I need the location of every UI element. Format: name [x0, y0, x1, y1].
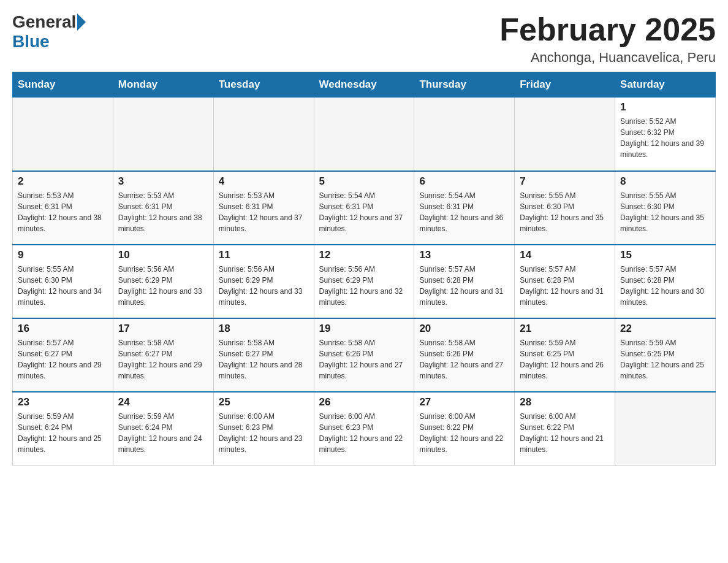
day-info: Sunrise: 5:59 AMSunset: 6:25 PMDaylight:… — [620, 337, 710, 381]
calendar-cell: 14Sunrise: 5:57 AMSunset: 6:28 PMDayligh… — [515, 245, 615, 318]
day-info: Sunrise: 5:58 AMSunset: 6:26 PMDaylight:… — [419, 337, 509, 381]
day-number: 24 — [118, 396, 208, 408]
calendar-cell: 20Sunrise: 5:58 AMSunset: 6:26 PMDayligh… — [414, 318, 515, 392]
day-info: Sunrise: 5:57 AMSunset: 6:27 PMDaylight:… — [18, 337, 108, 381]
day-info: Sunrise: 5:55 AMSunset: 6:30 PMDaylight:… — [620, 190, 710, 234]
calendar-cell: 10Sunrise: 5:56 AMSunset: 6:29 PMDayligh… — [113, 245, 213, 318]
column-header-monday: Monday — [113, 72, 213, 98]
day-info: Sunrise: 6:00 AMSunset: 6:22 PMDaylight:… — [520, 411, 610, 455]
calendar-week-row: 2Sunrise: 5:53 AMSunset: 6:31 PMDaylight… — [13, 171, 716, 245]
day-number: 13 — [419, 249, 509, 261]
day-info: Sunrise: 5:53 AMSunset: 6:31 PMDaylight:… — [219, 190, 309, 234]
day-number: 3 — [118, 175, 208, 188]
logo: General Blue — [12, 12, 87, 52]
day-info: Sunrise: 5:57 AMSunset: 6:28 PMDaylight:… — [520, 264, 610, 308]
day-number: 2 — [18, 175, 108, 188]
calendar-week-row: 9Sunrise: 5:55 AMSunset: 6:30 PMDaylight… — [13, 245, 716, 318]
location-text: Anchonga, Huancavelica, Peru — [499, 50, 716, 66]
day-info: Sunrise: 5:55 AMSunset: 6:30 PMDaylight:… — [520, 190, 610, 234]
day-info: Sunrise: 5:56 AMSunset: 6:29 PMDaylight:… — [219, 264, 309, 308]
title-block: February 2025 Anchonga, Huancavelica, Pe… — [499, 12, 716, 66]
day-number: 4 — [219, 175, 309, 188]
day-info: Sunrise: 6:00 AMSunset: 6:23 PMDaylight:… — [319, 411, 409, 455]
calendar-cell: 8Sunrise: 5:55 AMSunset: 6:30 PMDaylight… — [615, 171, 716, 245]
calendar-cell: 16Sunrise: 5:57 AMSunset: 6:27 PMDayligh… — [13, 318, 113, 392]
day-number: 6 — [419, 175, 509, 188]
day-number: 25 — [219, 396, 309, 408]
calendar-cell: 12Sunrise: 5:56 AMSunset: 6:29 PMDayligh… — [314, 245, 414, 318]
day-number: 17 — [118, 323, 208, 335]
day-number: 1 — [620, 101, 710, 113]
day-info: Sunrise: 5:53 AMSunset: 6:31 PMDaylight:… — [18, 190, 108, 234]
calendar-cell — [414, 98, 515, 171]
day-number: 10 — [118, 249, 208, 261]
column-header-tuesday: Tuesday — [213, 72, 314, 98]
day-info: Sunrise: 5:59 AMSunset: 6:25 PMDaylight:… — [520, 337, 610, 381]
column-header-sunday: Sunday — [13, 72, 113, 98]
day-info: Sunrise: 5:58 AMSunset: 6:26 PMDaylight:… — [319, 337, 409, 381]
calendar-cell: 4Sunrise: 5:53 AMSunset: 6:31 PMDaylight… — [213, 171, 314, 245]
column-header-thursday: Thursday — [414, 72, 515, 98]
day-info: Sunrise: 5:57 AMSunset: 6:28 PMDaylight:… — [419, 264, 509, 308]
calendar-header-row: SundayMondayTuesdayWednesdayThursdayFrid… — [13, 72, 716, 98]
calendar-cell — [13, 98, 113, 171]
day-number: 11 — [219, 249, 309, 261]
calendar-cell — [113, 98, 213, 171]
day-number: 27 — [419, 396, 509, 408]
day-number: 26 — [319, 396, 409, 408]
calendar-cell: 1Sunrise: 5:52 AMSunset: 6:32 PMDaylight… — [615, 98, 716, 171]
calendar-cell: 15Sunrise: 5:57 AMSunset: 6:28 PMDayligh… — [615, 245, 716, 318]
calendar-cell: 28Sunrise: 6:00 AMSunset: 6:22 PMDayligh… — [515, 392, 615, 465]
day-info: Sunrise: 5:56 AMSunset: 6:29 PMDaylight:… — [319, 264, 409, 308]
calendar-cell: 18Sunrise: 5:58 AMSunset: 6:27 PMDayligh… — [213, 318, 314, 392]
day-info: Sunrise: 6:00 AMSunset: 6:23 PMDaylight:… — [219, 411, 309, 455]
calendar-cell: 3Sunrise: 5:53 AMSunset: 6:31 PMDaylight… — [113, 171, 213, 245]
day-number: 7 — [520, 175, 610, 188]
calendar-cell — [213, 98, 314, 171]
logo-blue-text: Blue — [12, 32, 50, 52]
calendar-cell: 6Sunrise: 5:54 AMSunset: 6:31 PMDaylight… — [414, 171, 515, 245]
day-number: 20 — [419, 323, 509, 335]
column-header-friday: Friday — [515, 72, 615, 98]
calendar-cell: 9Sunrise: 5:55 AMSunset: 6:30 PMDaylight… — [13, 245, 113, 318]
day-info: Sunrise: 5:59 AMSunset: 6:24 PMDaylight:… — [18, 411, 108, 455]
calendar-cell: 22Sunrise: 5:59 AMSunset: 6:25 PMDayligh… — [615, 318, 716, 392]
day-number: 9 — [18, 249, 108, 261]
calendar-cell: 24Sunrise: 5:59 AMSunset: 6:24 PMDayligh… — [113, 392, 213, 465]
day-number: 12 — [319, 249, 409, 261]
day-number: 5 — [319, 175, 409, 188]
calendar-cell: 7Sunrise: 5:55 AMSunset: 6:30 PMDaylight… — [515, 171, 615, 245]
calendar-cell: 11Sunrise: 5:56 AMSunset: 6:29 PMDayligh… — [213, 245, 314, 318]
day-info: Sunrise: 5:55 AMSunset: 6:30 PMDaylight:… — [18, 264, 108, 308]
calendar-cell: 19Sunrise: 5:58 AMSunset: 6:26 PMDayligh… — [314, 318, 414, 392]
column-header-saturday: Saturday — [615, 72, 716, 98]
day-number: 16 — [18, 323, 108, 335]
calendar-cell: 5Sunrise: 5:54 AMSunset: 6:31 PMDaylight… — [314, 171, 414, 245]
day-number: 22 — [620, 323, 710, 335]
calendar-table: SundayMondayTuesdayWednesdayThursdayFrid… — [12, 72, 716, 465]
day-info: Sunrise: 5:56 AMSunset: 6:29 PMDaylight:… — [118, 264, 208, 308]
month-title: February 2025 — [499, 12, 716, 47]
day-info: Sunrise: 5:58 AMSunset: 6:27 PMDaylight:… — [118, 337, 208, 381]
calendar-cell: 23Sunrise: 5:59 AMSunset: 6:24 PMDayligh… — [13, 392, 113, 465]
calendar-cell — [615, 392, 716, 465]
day-number: 15 — [620, 249, 710, 261]
day-number: 21 — [520, 323, 610, 335]
calendar-week-row: 23Sunrise: 5:59 AMSunset: 6:24 PMDayligh… — [13, 392, 716, 465]
calendar-week-row: 1Sunrise: 5:52 AMSunset: 6:32 PMDaylight… — [13, 98, 716, 171]
calendar-cell: 25Sunrise: 6:00 AMSunset: 6:23 PMDayligh… — [213, 392, 314, 465]
day-info: Sunrise: 5:54 AMSunset: 6:31 PMDaylight:… — [419, 190, 509, 234]
calendar-cell — [314, 98, 414, 171]
day-number: 28 — [520, 396, 610, 408]
calendar-cell: 26Sunrise: 6:00 AMSunset: 6:23 PMDayligh… — [314, 392, 414, 465]
day-number: 8 — [620, 175, 710, 188]
column-header-wednesday: Wednesday — [314, 72, 414, 98]
calendar-cell: 2Sunrise: 5:53 AMSunset: 6:31 PMDaylight… — [13, 171, 113, 245]
calendar-cell: 17Sunrise: 5:58 AMSunset: 6:27 PMDayligh… — [113, 318, 213, 392]
day-number: 19 — [319, 323, 409, 335]
calendar-cell — [515, 98, 615, 171]
calendar-cell: 27Sunrise: 6:00 AMSunset: 6:22 PMDayligh… — [414, 392, 515, 465]
day-number: 23 — [18, 396, 108, 408]
calendar-week-row: 16Sunrise: 5:57 AMSunset: 6:27 PMDayligh… — [13, 318, 716, 392]
day-info: Sunrise: 5:59 AMSunset: 6:24 PMDaylight:… — [118, 411, 208, 455]
